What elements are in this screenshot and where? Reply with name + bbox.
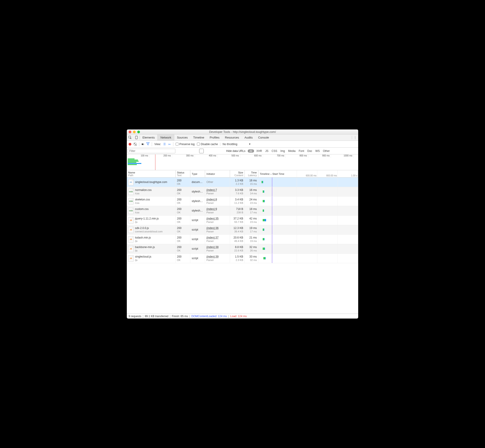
traffic-lights [129,131,140,133]
initiator-link[interactable]: (index):8 [206,198,228,201]
tab-timeline[interactable]: Timeline [191,135,207,141]
network-toolbar: ■ı View: ☰ ≔ Preserve log Disable cache … [127,141,358,148]
device-mode-icon[interactable] [133,136,139,139]
filter-type-js[interactable]: JS [265,149,268,152]
status-load: Load: 124 ms [230,315,247,318]
large-rows-icon[interactable]: ☰ [163,143,166,146]
column-status[interactable]: StatusText [176,170,190,177]
request-path: /js [135,249,155,252]
tab-profiles[interactable]: Profiles [207,135,222,141]
maximize-button[interactable] [137,131,140,133]
hide-data-urls-checkbox[interactable]: Hide data URLs [178,149,245,153]
file-icon: CSS [128,198,134,205]
main-tabs: ElementsNetworkSourcesTimelineProfilesRe… [127,135,358,141]
column-time[interactable]: TimeLatency [245,170,258,177]
status-requests: 9 requests [129,315,141,318]
file-icon: CSS [128,208,134,214]
preserve-log-checkbox[interactable]: Preserve log [176,143,195,146]
file-icon: JS [128,255,134,262]
initiator-link[interactable]: (index):9 [206,208,228,211]
table-row[interactable]: CSScustom.css/css200OKstylesh…(index):9P… [127,206,358,216]
disable-cache-checkbox[interactable]: Disable cache [197,143,218,146]
table-row[interactable]: <>singlecloud.toughtype.com200OKdocum…Ot… [127,177,358,187]
tab-sources[interactable]: Sources [174,135,191,141]
file-icon: CSS [128,189,134,195]
filter-type-ws[interactable]: WS [315,149,320,152]
table-row[interactable]: JSlodash.min.js/js200OKscript(index):37P… [127,235,358,244]
view-label: View: [154,143,161,146]
request-path: /js [135,258,151,262]
file-icon: <> [128,179,134,185]
table-row[interactable]: CSSnormalize.css/css200OKstylesh…(index)… [127,187,358,197]
initiator-link[interactable]: (index):35 [206,217,228,221]
request-name: jquery-1.11.2.min.js [135,217,159,221]
chevron-down-icon: ▼ [249,143,251,145]
request-name: singlecloud.toughtype.com [135,180,167,184]
tab-resources[interactable]: Resources [222,135,242,141]
small-rows-icon[interactable]: ≔ [168,143,171,146]
tab-console[interactable]: Console [255,135,272,141]
close-button[interactable] [129,131,131,133]
column-initiator[interactable]: Initiator [205,170,230,177]
filter-type-doc[interactable]: Doc [307,149,312,152]
table-row[interactable]: JSsinglecloud.js/js200OKscript(index):39… [127,254,358,263]
request-path: /css [135,211,149,214]
filter-toggle-icon[interactable] [146,142,149,146]
table-header: NamePath StatusText Type Initiator SizeC… [127,170,358,177]
minimize-button[interactable] [133,131,136,133]
request-path: /css [135,192,152,195]
overview-timeline[interactable]: 100 ms200 ms300 ms400 ms500 ms600 ms700 … [127,154,358,170]
initiator-link[interactable]: (index):7 [206,188,228,192]
table-row[interactable]: JSjquery-1.11.2.min.js/js200OKscript(ind… [127,216,358,225]
initiator-link[interactable]: (index):38 [206,246,228,249]
column-timeline[interactable]: Timeline – Start Time 600.00 ms800.00 ms… [258,170,358,177]
status-transferred: 89.1 KB transferred [145,315,168,318]
filter-type-all[interactable]: All [248,149,254,152]
tab-network[interactable]: Network [157,135,174,141]
file-icon: JS [128,227,134,233]
inspect-element-icon[interactable] [127,136,133,139]
filter-bar: Hide data URLs All XHRJSCSSImgMediaFontD… [127,148,358,154]
window-title: Developer Tools - http://singlecloud.tou… [129,130,356,134]
request-name: lodash.min.js [135,236,151,240]
column-name[interactable]: NamePath [127,170,176,177]
record-button[interactable] [129,143,131,145]
throttling-select[interactable]: No throttling ▼ [220,143,251,146]
filter-type-css[interactable]: CSS [272,149,277,152]
filter-type-media[interactable]: Media [288,149,296,152]
filter-type-xhr[interactable]: XHR [256,149,262,152]
kebab-menu-icon[interactable]: ⋮ [352,136,358,139]
request-name: custom.css [135,208,149,211]
clear-button[interactable] [134,143,137,146]
request-name: singlecloud.js [135,255,151,259]
initiator-link[interactable]: (index):39 [206,255,228,259]
status-bar: 9 requests | 89.1 KB transferred | Finis… [127,313,358,319]
request-path: /js [135,220,159,224]
svg-rect-1 [135,136,137,139]
request-path: /css [135,201,150,205]
table-row[interactable]: CSSskeleton.css/css200OKstylesh…(index):… [127,197,358,206]
initiator-link[interactable]: (index):36 [206,226,228,230]
devtools-window: Developer Tools - http://singlecloud.tou… [127,129,358,319]
table-row[interactable]: JSbackbone-min.js/js200OKscript(index):3… [127,244,358,254]
load-event-marker [155,154,155,170]
request-table-body[interactable]: <>singlecloud.toughtype.com200OKdocum…Ot… [127,177,358,313]
column-type[interactable]: Type [190,170,205,177]
window-titlebar: Developer Tools - http://singlecloud.tou… [127,129,358,135]
table-row[interactable]: JSsdk-2.0.0.jsconnect.soundcloud.com200O… [127,225,358,235]
status-domcontentloaded: DOMContentLoaded: 124 ms [192,315,227,318]
request-path: /js [135,240,151,243]
request-name: sdk-2.0.0.js [135,226,163,230]
request-path: connect.soundcloud.com [135,230,163,233]
column-size[interactable]: SizeContent [230,170,245,177]
filter-type-img[interactable]: Img [280,149,285,152]
tab-audits[interactable]: Audits [242,135,255,141]
screenshot-icon[interactable]: ■ı [142,142,144,146]
status-finish: Finish: 65 ms [172,315,188,318]
initiator-link[interactable]: (index):37 [206,236,228,240]
filter-type-font[interactable]: Font [299,149,304,152]
filter-input[interactable] [128,149,175,153]
tab-elements[interactable]: Elements [140,135,157,141]
file-icon: JS [128,246,134,252]
filter-type-other[interactable]: Other [323,149,330,152]
